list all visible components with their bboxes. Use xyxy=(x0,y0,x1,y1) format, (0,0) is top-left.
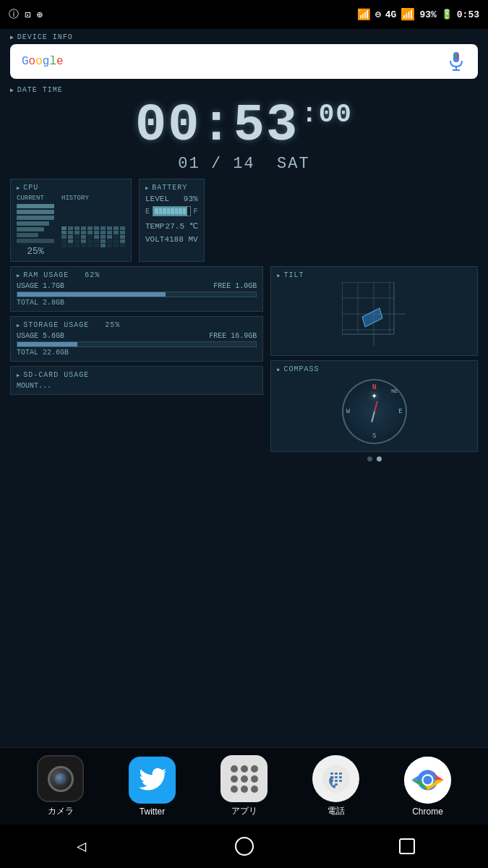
datetime-section: DATE TIME 00:53:00 01 / 14 SAT xyxy=(10,86,478,173)
sdcard-content: MOUNT... xyxy=(17,382,257,390)
compass-circle: N S E W NE ✦ xyxy=(342,379,407,444)
back-button[interactable]: ◁ xyxy=(67,832,96,861)
dock-label-chrome: Chrome xyxy=(412,807,443,817)
compass-e: E xyxy=(398,408,402,415)
compass-display: N S E W NE ✦ xyxy=(277,376,471,447)
recent-button-icon xyxy=(398,838,416,855)
cpu-bar-1 xyxy=(17,204,54,208)
camera-lens xyxy=(48,766,74,792)
dock: カメラ Twitter アプリ xyxy=(0,747,488,825)
cpu-title: CPU xyxy=(17,184,125,192)
cpu-history-label: HISTORY xyxy=(61,195,125,202)
battery-e-label: E xyxy=(145,208,150,216)
battery-f-label: F xyxy=(194,208,198,216)
nfc-icon: 📶 xyxy=(357,8,371,22)
temp-row: TEMP 27.5 ℃ xyxy=(145,221,198,234)
home-button[interactable] xyxy=(230,832,259,861)
battery-bar-container: E F xyxy=(145,206,198,216)
page-dots xyxy=(270,456,478,461)
phone-icon[interactable] xyxy=(312,755,359,802)
datetime-label: DATE TIME xyxy=(10,86,478,94)
cpu-bars xyxy=(17,204,54,243)
google-logo: Google xyxy=(22,55,64,68)
device-info-label: DEVICE INFO xyxy=(10,33,478,41)
sdcard-widget: SD-CARD USAGE MOUNT... xyxy=(10,366,263,395)
signal-bars: 📶 xyxy=(401,7,415,22)
svg-rect-18 xyxy=(339,773,342,775)
ram-bar-fill xyxy=(17,292,166,297)
chrome-svg-icon xyxy=(404,757,451,804)
svg-rect-3 xyxy=(454,54,455,59)
hist-col-1 xyxy=(61,226,67,247)
hist-col-8 xyxy=(107,226,112,247)
battery-info: TEMP 27.5 ℃ VOLT 4188 MV xyxy=(145,221,198,246)
cpu-bar-7 xyxy=(17,239,54,243)
info-icon: ⓘ xyxy=(9,8,19,21)
status-right-icons: 📶 ⊖ 4G 📶 93% 🔋 0:53 xyxy=(357,7,479,22)
compass-s: S xyxy=(372,433,376,440)
battery-bar-outer xyxy=(153,206,191,216)
storage-bar xyxy=(17,341,257,347)
ram-widget: RAM USAGE 62% USAGE 1.7GB FREE 1.0GB TOT… xyxy=(10,266,263,312)
camera-icon[interactable] xyxy=(37,755,84,802)
svg-rect-21 xyxy=(339,776,342,778)
cpu-bar-3 xyxy=(17,216,54,220)
tilt-title: TILT xyxy=(277,271,471,279)
dnd-icon: ⊖ xyxy=(375,9,381,20)
apps-grid xyxy=(225,760,264,799)
twitter-icon[interactable] xyxy=(129,757,176,804)
dock-item-chrome[interactable]: Chrome xyxy=(404,757,451,817)
status-bar: ⓘ ⊡ ⊕ 📶 ⊖ 4G 📶 93% 🔋 0:53 xyxy=(0,0,488,29)
hist-col-10 xyxy=(120,226,125,247)
sdcard-title: SD-CARD USAGE xyxy=(17,371,257,379)
widgets-row-2: RAM USAGE 62% USAGE 1.7GB FREE 1.0GB TOT… xyxy=(10,266,478,464)
storage-total: TOTAL 22.6GB xyxy=(17,349,257,357)
mic-icon[interactable] xyxy=(446,51,466,72)
svg-rect-32 xyxy=(400,839,414,854)
svg-point-15 xyxy=(322,765,350,793)
dock-label-apps: アプリ xyxy=(231,805,257,817)
clock-date: 01 / 14 SAT xyxy=(10,155,478,173)
hist-col-7 xyxy=(100,226,106,247)
svg-rect-4 xyxy=(457,54,458,59)
cpu-widget: CPU CURRENT 25% xyxy=(10,179,132,262)
hist-col-5 xyxy=(87,226,93,247)
home-button-icon xyxy=(234,836,254,856)
dock-item-camera[interactable]: カメラ xyxy=(37,755,84,817)
battery-percent: 93% xyxy=(419,9,436,20)
ram-bar xyxy=(17,292,257,297)
dot-1 xyxy=(367,456,372,461)
storage-usage-row: USAGE 5.6GB FREE 16.9GB xyxy=(17,332,257,340)
dock-item-phone[interactable]: 電話 xyxy=(312,755,359,817)
dock-item-apps[interactable]: アプリ xyxy=(221,755,267,817)
svg-rect-24 xyxy=(339,780,342,782)
battery-saver-icon: ⊕ xyxy=(36,9,42,21)
recent-button[interactable] xyxy=(393,832,421,861)
ram-title: RAM USAGE 62% xyxy=(17,271,257,279)
svg-rect-11 xyxy=(342,282,394,334)
phone-svg-icon xyxy=(322,765,350,793)
battery-icon: 🔋 xyxy=(441,9,453,20)
dock-label-phone: 電話 xyxy=(328,805,345,817)
nav-bar: ◁ xyxy=(0,825,488,868)
svg-rect-23 xyxy=(335,780,338,782)
signal-strength: 4G xyxy=(385,9,397,20)
dock-label-twitter: Twitter xyxy=(140,807,165,817)
cpu-percent: 25% xyxy=(17,246,54,257)
chrome-icon[interactable] xyxy=(404,757,451,804)
apps-icon[interactable] xyxy=(221,755,267,802)
compass-star: ✦ xyxy=(371,389,377,401)
dock-item-twitter[interactable]: Twitter xyxy=(129,757,176,817)
svg-rect-25 xyxy=(335,783,338,786)
battery-widget: BATTERY LEVEL 93% E xyxy=(139,179,205,262)
google-search-bar[interactable]: Google xyxy=(10,44,478,79)
dock-label-camera: カメラ xyxy=(48,805,74,817)
ram-total: TOTAL 2.8GB xyxy=(17,299,257,307)
ram-storage-col: RAM USAGE 62% USAGE 1.7GB FREE 1.0GB TOT… xyxy=(10,266,263,464)
main-content: DEVICE INFO Google DATE TIME 00:53:00 xyxy=(0,29,488,784)
tilt-widget: TILT xyxy=(270,266,478,356)
cpu-bar-5 xyxy=(17,227,44,231)
hist-col-2 xyxy=(68,226,73,247)
ram-usage-row: USAGE 1.7GB FREE 1.0GB xyxy=(17,282,257,290)
compass-w: W xyxy=(346,408,350,415)
